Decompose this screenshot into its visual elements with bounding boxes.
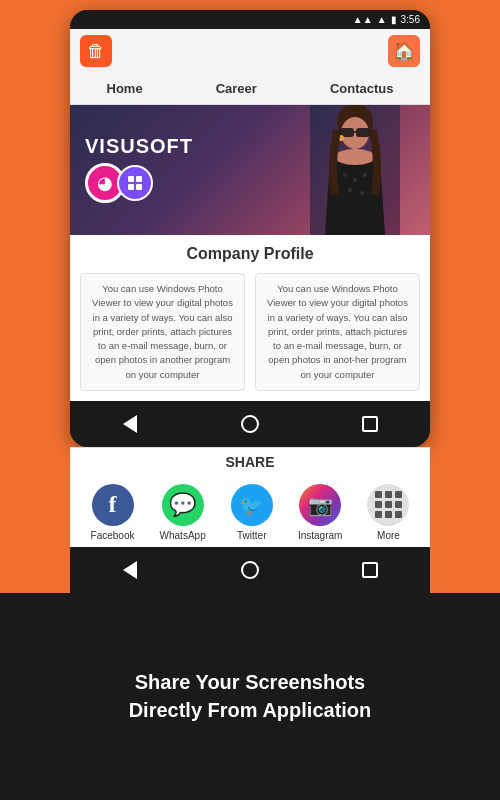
dot-1 [375, 491, 382, 498]
home-nav-icon [241, 415, 259, 433]
company-profile-title: Company Profile [80, 245, 420, 263]
nav-home-button[interactable] [230, 409, 270, 439]
share-icons-row: f Facebook 💬 WhatsApp 🐦 Twitter 📷 [70, 474, 430, 547]
grid-dot-1 [128, 176, 134, 182]
app-toolbar: 🗑 🏠 [70, 29, 430, 73]
more-icon-circle [367, 484, 409, 526]
share-title: SHARE [70, 447, 430, 474]
share-bottom-nav [70, 547, 430, 593]
instagram-label: Instagram [298, 530, 342, 541]
grid-dot-4 [136, 184, 142, 190]
status-signal: ▲▲ [353, 14, 373, 25]
bottom-recent-icon [362, 562, 378, 578]
description-col-2: You can use Windows Photo Viewer to view… [255, 273, 420, 391]
twitter-icon: 🐦 [239, 493, 264, 517]
banner-line-2: Directly From Application [129, 696, 372, 724]
instagram-icon: 📷 [308, 493, 333, 517]
content-area: Company Profile You can use Windows Phot… [70, 235, 430, 401]
back-icon [123, 415, 137, 433]
svg-point-9 [353, 178, 357, 182]
svg-point-12 [360, 191, 364, 195]
dot-7 [375, 511, 382, 518]
trash-button[interactable]: 🗑 [80, 35, 112, 67]
trash-icon: 🗑 [87, 41, 105, 62]
dot-6 [395, 501, 402, 508]
share-section: SHARE f Facebook 💬 WhatsApp 🐦 Twitter [70, 447, 430, 593]
nav-item-home[interactable]: Home [99, 79, 151, 98]
dot-3 [395, 491, 402, 498]
bottom-banner: Share Your Screenshots Directly From App… [0, 593, 500, 800]
more-grid-icon [370, 486, 407, 523]
whatsapp-icon: 💬 [169, 492, 196, 518]
svg-point-7 [335, 149, 375, 165]
instagram-icon-circle: 📷 [299, 484, 341, 526]
share-instagram[interactable]: 📷 Instagram [298, 484, 342, 541]
dot-8 [385, 511, 392, 518]
share-facebook[interactable]: f Facebook [91, 484, 135, 541]
camera-icon: ◕ [97, 172, 113, 194]
dot-5 [385, 501, 392, 508]
nav-menu: Home Career Contactus [70, 73, 430, 105]
banner-line-1: Share Your Screenshots [129, 668, 372, 696]
phone-nav-bar [70, 401, 430, 447]
bottom-back-button[interactable] [110, 555, 150, 585]
nav-item-career[interactable]: Career [208, 79, 265, 98]
hero-logo-text: VISUSOFT [85, 135, 193, 158]
outer-wrapper: ▲▲ ▲ ▮ 3:56 🗑 🏠 Home Career Contactus [0, 0, 500, 800]
bottom-back-icon [123, 561, 137, 579]
grid-circle [117, 165, 153, 201]
dot-4 [375, 501, 382, 508]
home-icon: 🏠 [393, 40, 415, 62]
svg-point-10 [363, 173, 367, 177]
hero-logo: VISUSOFT ◕ [85, 135, 193, 203]
bottom-banner-text: Share Your Screenshots Directly From App… [129, 668, 372, 724]
recent-nav-icon [362, 416, 378, 432]
facebook-icon-circle: f [92, 484, 134, 526]
dot-9 [395, 511, 402, 518]
bottom-home-button[interactable] [230, 555, 270, 585]
twitter-label: Twitter [237, 530, 266, 541]
status-bar: ▲▲ ▲ ▮ 3:56 [70, 10, 430, 29]
whatsapp-label: WhatsApp [160, 530, 206, 541]
twitter-icon-circle: 🐦 [231, 484, 273, 526]
grid-dot-2 [136, 176, 142, 182]
more-label: More [377, 530, 400, 541]
facebook-label: Facebook [91, 530, 135, 541]
svg-point-11 [348, 188, 352, 192]
facebook-icon: f [109, 491, 117, 518]
svg-rect-4 [356, 128, 370, 137]
grid-dot-3 [128, 184, 134, 190]
whatsapp-icon-circle: 💬 [162, 484, 204, 526]
dot-2 [385, 491, 392, 498]
phone-frame: ▲▲ ▲ ▮ 3:56 🗑 🏠 Home Career Contactus [70, 10, 430, 447]
bottom-home-icon [241, 561, 259, 579]
two-col-layout: You can use Windows Photo Viewer to view… [80, 273, 420, 391]
bottom-recent-button[interactable] [350, 555, 390, 585]
home-button[interactable]: 🏠 [388, 35, 420, 67]
hero-person-image [310, 105, 400, 235]
status-time: 3:56 [401, 14, 420, 25]
status-wifi: ▲ [377, 14, 387, 25]
nav-back-button[interactable] [110, 409, 150, 439]
share-twitter[interactable]: 🐦 Twitter [231, 484, 273, 541]
share-more[interactable]: More [367, 484, 409, 541]
hero-logo-icon: ◕ [85, 163, 153, 203]
description-col-1: You can use Windows Photo Viewer to view… [80, 273, 245, 391]
svg-point-8 [343, 173, 347, 177]
status-battery: ▮ [391, 14, 397, 25]
grid-icon [124, 172, 146, 194]
nav-item-contactus[interactable]: Contactus [322, 79, 402, 98]
share-whatsapp[interactable]: 💬 WhatsApp [160, 484, 206, 541]
hero-section: VISUSOFT ◕ [70, 105, 430, 235]
nav-recent-button[interactable] [350, 409, 390, 439]
